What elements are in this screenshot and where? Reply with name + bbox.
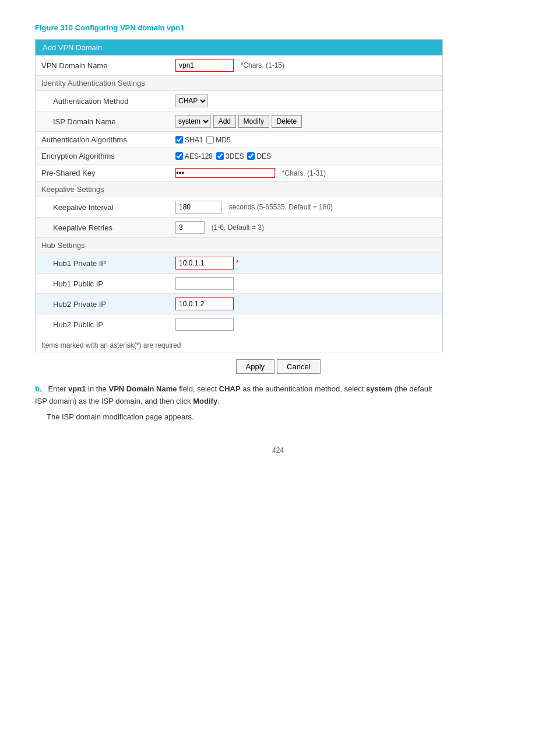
desc-vpn1: vpn1 — [68, 384, 86, 393]
pre-shared-cell: *Chars. (1-31) — [170, 164, 442, 182]
keepalive-interval-hint: seconds (5-65535, Default = 180) — [229, 203, 333, 211]
hub1-public-cell — [170, 274, 442, 294]
sha1-label[interactable]: SHA1 — [175, 136, 203, 144]
form-container: Add VPN Domain VPN Domain Name *Chars. (… — [35, 39, 443, 352]
isp-domain-cell: system Add Modify Delete — [170, 111, 442, 132]
auth-algo-group: SHA1 MD5 — [175, 136, 437, 144]
page-number: 424 — [35, 446, 521, 454]
required-note: Items marked with an asterisk(*) are req… — [36, 339, 442, 352]
desc-field-name: VPN Domain Name — [108, 384, 177, 393]
keepalive-interval-label: Keepalive Interval — [36, 197, 170, 218]
auth-method-row: Authentication Method CHAP PAP — [36, 91, 442, 111]
step-label: b. — [35, 384, 42, 393]
keepalive-retries-input[interactable] — [175, 221, 205, 234]
isp-domain-label: ISP Domain Name — [36, 111, 170, 132]
hub1-private-label: Hub1 Private IP — [36, 253, 170, 274]
desc-line2: The ISP domain modification page appears… — [35, 411, 443, 424]
vpn-domain-row: VPN Domain Name *Chars. (1-15) — [36, 55, 442, 76]
3des-label[interactable]: 3DES — [216, 152, 244, 160]
pre-shared-row: Pre-Shared Key *Chars. (1-31) — [36, 164, 442, 182]
tab-label: Add VPN Domain — [43, 43, 102, 52]
encrypt-algo-label: Encryption Algorithms — [36, 148, 170, 164]
hub1-private-asterisk: * — [236, 258, 239, 267]
isp-domain-row: ISP Domain Name system Add Modify Delete — [36, 111, 442, 132]
auth-algo-row: Authentication Algorithms SHA1 MD5 — [36, 132, 442, 148]
pre-shared-input[interactable] — [175, 168, 275, 178]
vpn-domain-value-cell: *Chars. (1-15) — [170, 55, 442, 76]
apply-button[interactable]: Apply — [236, 359, 275, 374]
pre-shared-hint: *Chars. (1-31) — [282, 169, 326, 177]
hub1-public-label: Hub1 Public IP — [36, 274, 170, 294]
hub2-public-row: Hub2 Public IP — [36, 314, 442, 335]
hub1-private-row: Hub1 Private IP * — [36, 253, 442, 274]
sha1-checkbox[interactable] — [175, 136, 183, 144]
auth-algo-label: Authentication Algorithms — [36, 132, 170, 148]
action-bar: Apply Cancel — [35, 359, 521, 374]
des-checkbox[interactable] — [247, 152, 255, 160]
keepalive-interval-row: Keepalive Interval seconds (5-65535, Def… — [36, 197, 442, 218]
hub1-public-input[interactable] — [175, 277, 234, 290]
form-table: VPN Domain Name *Chars. (1-15) Identity … — [36, 55, 442, 334]
encrypt-algo-row: Encryption Algorithms AES-128 3DES DES — [36, 148, 442, 164]
auth-method-label: Authentication Method — [36, 91, 170, 111]
vpn-domain-input[interactable] — [175, 59, 234, 72]
encrypt-algo-cell: AES-128 3DES DES — [170, 148, 442, 164]
encrypt-algo-group: AES-128 3DES DES — [175, 152, 437, 160]
hub2-private-cell — [170, 294, 442, 314]
hub1-private-input[interactable] — [175, 257, 234, 270]
hub-settings-header-row: Hub Settings — [36, 238, 442, 253]
keepalive-interval-input[interactable] — [175, 201, 222, 214]
hub1-public-row: Hub1 Public IP — [36, 274, 442, 294]
aes128-label[interactable]: AES-128 — [175, 152, 213, 160]
aes128-checkbox[interactable] — [175, 152, 183, 160]
hub2-private-input[interactable] — [175, 298, 234, 310]
3des-checkbox[interactable] — [216, 152, 224, 160]
vpn-domain-label: VPN Domain Name — [36, 55, 170, 76]
isp-domain-select[interactable]: system — [175, 115, 211, 128]
vpn-domain-hint: *Chars. (1-15) — [241, 61, 284, 69]
hub1-private-cell: * — [170, 253, 442, 274]
des-label[interactable]: DES — [247, 152, 271, 160]
hub2-public-label: Hub2 Public IP — [36, 314, 170, 335]
description: b. Enter vpn1 in the VPN Domain Name fie… — [35, 383, 443, 423]
delete-button[interactable]: Delete — [272, 115, 302, 128]
auth-algo-cell: SHA1 MD5 — [170, 132, 442, 148]
identity-auth-header: Identity Authentication Settings — [36, 76, 442, 91]
keepalive-retries-row: Keepalive Retries (1-6, Default = 3) — [36, 218, 442, 238]
md5-label[interactable]: MD5 — [206, 136, 230, 144]
cancel-button[interactable]: Cancel — [277, 359, 320, 374]
desc-chap: CHAP — [219, 384, 241, 393]
hub2-public-cell — [170, 314, 442, 335]
modify-button[interactable]: Modify — [238, 115, 269, 128]
keepalive-retries-label: Keepalive Retries — [36, 218, 170, 238]
keepalive-header-row: Keepalive Settings — [36, 182, 442, 197]
hub2-public-input[interactable] — [175, 318, 234, 331]
keepalive-interval-cell: seconds (5-65535, Default = 180) — [170, 197, 442, 218]
desc-modify: Modify — [193, 397, 217, 405]
keepalive-retries-hint: (1-6, Default = 3) — [212, 223, 264, 232]
tab-bar: Add VPN Domain — [36, 40, 442, 55]
hub2-private-row: Hub2 Private IP — [36, 294, 442, 314]
keepalive-retries-cell: (1-6, Default = 3) — [170, 218, 442, 238]
hub-settings-header: Hub Settings — [36, 238, 442, 253]
pre-shared-label: Pre-Shared Key — [36, 164, 170, 182]
add-button[interactable]: Add — [213, 115, 236, 128]
md5-checkbox[interactable] — [206, 136, 214, 144]
auth-method-select[interactable]: CHAP PAP — [175, 94, 208, 107]
keepalive-header: Keepalive Settings — [36, 182, 442, 197]
desc-system: system — [366, 384, 392, 393]
figure-title: Figure 310 Configuring VPN domain vpn1 — [35, 23, 521, 32]
identity-auth-header-row: Identity Authentication Settings — [36, 76, 442, 91]
auth-method-cell: CHAP PAP — [170, 91, 442, 111]
hub2-private-label: Hub2 Private IP — [36, 294, 170, 314]
